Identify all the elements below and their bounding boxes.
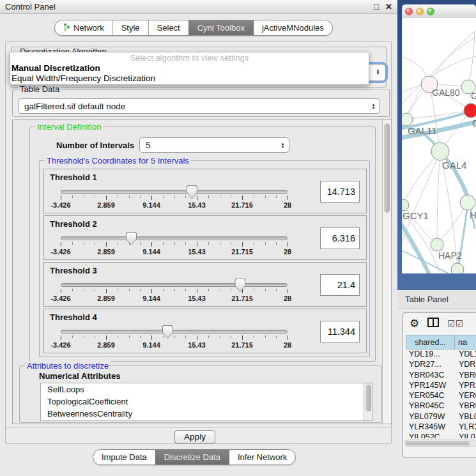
tab-select[interactable]: Select <box>148 20 188 35</box>
control-panel-titlebar: Control Panel □ ✕ <box>0 0 397 14</box>
table-horizontal-scrollbar[interactable] <box>404 440 476 447</box>
table-panel: ⚙ ☑☑ shared... na YDL19...YDL1YDR27...YD… <box>403 312 476 458</box>
network-edge[interactable] <box>468 31 475 87</box>
tick-label: 21.715 <box>231 295 253 302</box>
list-item[interactable]: SelfLoops <box>41 383 372 395</box>
bottom-tab-impute-data[interactable]: Impute Data <box>93 450 155 464</box>
table-data-combobox[interactable]: galFiltered.sif default node ▲▼ <box>18 98 380 114</box>
tick-label: -3.426 <box>50 201 70 209</box>
threshold-slider[interactable]: -3.4262.8599.14415.4321.71528 <box>61 185 288 211</box>
attributes-to-discretize-group: Attributes to discretize Numerical Attri… <box>19 365 382 423</box>
threshold-label: Threshold 4 <box>50 312 97 322</box>
dropdown-item-equal-width-frequency[interactable]: Equal Width/Frequency Discretization <box>10 73 369 84</box>
tick-label: 21.715 <box>231 248 253 256</box>
node-label: GA <box>471 91 476 101</box>
number-of-intervals-combobox[interactable]: 5 ▲▼ <box>139 137 289 153</box>
bottom-tab-infer-network[interactable]: Infer Network <box>229 450 295 464</box>
tab-label: Network <box>73 23 104 33</box>
apply-button[interactable]: Apply <box>174 430 215 444</box>
threshold-slider[interactable]: -3.4262.8599.14415.4321.71528 <box>61 231 288 258</box>
top-tab-bar: NetworkStyleSelectCyni ToolboxjActiveMNo… <box>54 20 333 36</box>
table-row[interactable]: YLR345WYLR3 <box>406 422 476 433</box>
tick-label: 9.144 <box>142 201 160 209</box>
column-header-name[interactable]: na <box>454 335 476 349</box>
cell-shared-name: YDR27... <box>406 360 454 370</box>
slider-tick-labels: -3.4262.8599.14415.4321.71528 <box>61 341 288 349</box>
table-row[interactable]: YDR27...YDR2 <box>406 360 476 370</box>
list-item[interactable]: TopologicalCoefficient <box>41 395 372 408</box>
tick-label: 28 <box>284 248 291 256</box>
tab-jactivemnodules[interactable]: jActiveMNodules <box>253 20 332 35</box>
threshold-value-field[interactable]: 21.4 <box>320 274 360 296</box>
split-columns-icon[interactable] <box>427 318 439 330</box>
table-row[interactable]: YBR043CYBR0 <box>406 371 476 381</box>
minimize-light-icon[interactable] <box>416 8 424 15</box>
network-edge[interactable] <box>437 151 440 245</box>
close-icon[interactable]: ✕ <box>385 2 392 12</box>
cell-name: YER0 <box>454 391 476 401</box>
network-node[interactable] <box>402 199 409 211</box>
tick-label: 2.859 <box>97 295 115 302</box>
list-item[interactable]: BetweennessCentrality <box>41 408 372 420</box>
threshold-value-field[interactable]: 11.344 <box>320 321 360 342</box>
interval-definition-group: Interval Definition Number of Intervals … <box>29 127 376 362</box>
thresholds-group: Threshold's Coordinates for 5 Intervals … <box>39 160 370 357</box>
threshold-value-field[interactable]: 6.316 <box>320 227 360 249</box>
close-light-icon[interactable] <box>405 8 413 15</box>
control-panel-window: Control Panel □ ✕ NetworkStyleSelectCyni… <box>0 0 397 476</box>
select-columns-icon[interactable]: ☑☑ <box>447 319 463 328</box>
threshold-label: Threshold 2 <box>50 219 97 229</box>
network-node[interactable] <box>431 142 449 160</box>
panel-scrollbar[interactable] <box>382 120 391 424</box>
float-window-icon[interactable]: □ <box>374 2 379 12</box>
numerical-attributes-list[interactable]: SelfLoopsTopologicalCoefficientBetweenne… <box>40 383 372 421</box>
table-row[interactable]: YBL079WYBL0 <box>406 412 476 422</box>
network-view-window[interactable]: GAL80GACGAL11GAL4GCY1HHAP2 <box>397 0 476 290</box>
network-edge[interactable] <box>403 151 440 205</box>
tick-label: 9.144 <box>142 295 160 302</box>
table-row[interactable]: YDL19...YDL1 <box>406 349 476 360</box>
tab-cyni-toolbox[interactable]: Cyni Toolbox <box>188 20 253 35</box>
footer-bar: Apply <box>6 427 390 443</box>
threshold-slider[interactable]: -3.4262.8599.14415.4321.71528 <box>61 278 288 305</box>
tick-label: -3.426 <box>50 341 70 349</box>
table-row[interactable]: YPR145WYPR1 <box>406 381 476 391</box>
dropdown-item-manual-discretization[interactable]: Manual Discretization <box>10 63 369 73</box>
list-scrollbar[interactable] <box>364 383 372 420</box>
network-canvas[interactable]: GAL80GACGAL11GAL4GCY1HHAP2 <box>402 18 476 273</box>
table-row[interactable]: YER054CYER0 <box>406 391 476 401</box>
tab-label: Select <box>157 23 180 33</box>
bottom-tab-bar: Impute DataDiscretize DataInfer Network <box>93 449 296 465</box>
tab-network[interactable]: Network <box>55 20 112 35</box>
cell-name: YBR0 <box>454 371 476 381</box>
tick-label: 15.43 <box>188 248 206 256</box>
table-header-row: shared... na <box>406 335 476 349</box>
settings-scroll-panel: Interval Definition Number of Intervals … <box>12 119 392 424</box>
network-node[interactable] <box>402 113 413 126</box>
tab-label: Impute Data <box>102 452 147 462</box>
tab-style[interactable]: Style <box>112 20 148 35</box>
tab-label: Cyni Toolbox <box>197 23 245 33</box>
network-node[interactable] <box>460 195 475 210</box>
zoom-light-icon[interactable] <box>427 8 434 15</box>
bottom-tab-discretize-data[interactable]: Discretize Data <box>155 450 229 464</box>
threshold-slider[interactable]: -3.4262.8599.14415.4321.71528 <box>61 325 288 351</box>
table-row[interactable]: YIL052CYIL0 <box>406 433 476 438</box>
column-header-shared-name[interactable]: shared... <box>406 335 454 349</box>
node-label: H <box>470 210 476 220</box>
slider-ticks <box>61 335 288 341</box>
node-label: GCY1 <box>403 210 429 221</box>
network-node[interactable] <box>451 263 464 273</box>
slider-ticks <box>61 196 288 201</box>
network-node[interactable] <box>464 104 476 118</box>
tick-label: -3.426 <box>50 295 70 302</box>
gear-icon[interactable]: ⚙ <box>410 317 419 330</box>
threshold-value-field[interactable]: 14.713 <box>320 181 360 203</box>
slider-ticks <box>61 289 288 294</box>
cell-shared-name: YBL079W <box>406 412 454 422</box>
threshold-label: Threshold 1 <box>50 173 97 182</box>
table-row[interactable]: YBR045CYBR0 <box>406 401 476 411</box>
cyni-toolbox-panel: Discretization Algorithm ▲▼ Select algor… <box>5 41 392 444</box>
network-edge[interactable] <box>429 31 476 84</box>
network-node[interactable] <box>431 238 443 251</box>
